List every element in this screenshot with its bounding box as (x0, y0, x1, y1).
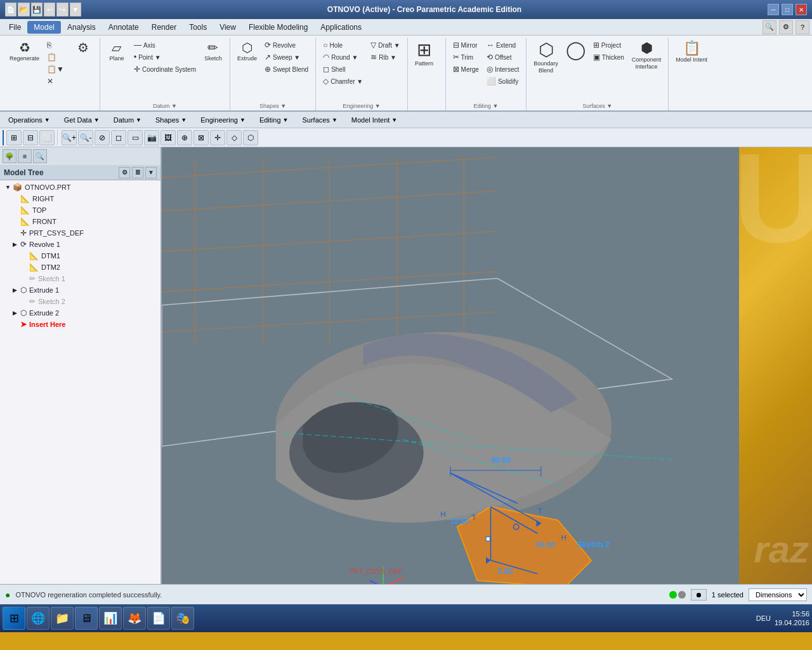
tree-item-revolve1[interactable]: ▶ ⟳ Revolve 1 (0, 239, 160, 250)
sub-bar-surfaces[interactable]: Surfaces ▼ (296, 114, 343, 126)
dimension-dropdown[interactable]: Dimensions (749, 588, 807, 601)
point-btn[interactable]: • Point ▼ (131, 51, 199, 63)
start-button[interactable]: ⊞ (3, 607, 25, 630)
sketch-btn[interactable]: ✏ Sketch (200, 39, 226, 64)
zoom-in-btn[interactable]: 🔍+ (62, 130, 77, 145)
coord-btn[interactable]: ✛ Coordinate System (131, 63, 199, 75)
tree-columns-btn[interactable]: ≣ (132, 167, 143, 178)
settings-btn[interactable]: ⚙ (70, 39, 96, 57)
draft-btn[interactable]: ▽ Draft ▼ (367, 39, 403, 51)
merge-btn[interactable]: ⊠ Merge (450, 63, 482, 75)
sub-bar-model-intent[interactable]: Model Intent ▼ (346, 114, 403, 126)
options-btn[interactable]: ⚙ (779, 20, 793, 34)
tree-item-root[interactable]: ▼ 📦 OTNOVO.PRT (0, 182, 160, 193)
tree-settings-btn[interactable]: ⚙ (119, 167, 130, 178)
taskbar-excel[interactable]: 📊 (99, 607, 122, 630)
extend-btn[interactable]: ↔ Extend (483, 39, 522, 51)
round-btn[interactable]: ◠ Round ▼ (320, 51, 366, 63)
close-btn[interactable]: ✕ (796, 4, 807, 15)
sub-bar-engineering[interactable]: Engineering ▼ (195, 114, 251, 126)
layout-btn3[interactable]: ⬜ (39, 130, 55, 145)
copy-btn[interactable]: ⎘ (44, 39, 69, 51)
annotation-btn[interactable]: ◇ (226, 130, 242, 145)
zoom-out-btn[interactable]: 🔍- (78, 130, 93, 145)
view-box-btn[interactable]: ◻ (111, 130, 126, 145)
layout-btn2[interactable]: ⊟ (23, 130, 38, 145)
menu-annotate[interactable]: Annotate (102, 21, 145, 34)
help-btn[interactable]: ? (796, 20, 809, 34)
tree-item-sketch2-sub[interactable]: ✏ Sketch 2 (0, 296, 160, 307)
tree-item-sketch1[interactable]: ✏ Sketch 1 (0, 273, 160, 284)
tree-item-insert-here[interactable]: ➤ Insert Here (0, 319, 160, 330)
solidify-btn[interactable]: ⬜ Solidify (483, 76, 522, 87)
sub-bar-datum[interactable]: Datum ▼ (108, 114, 147, 126)
taskbar-explorer[interactable]: 📁 (51, 607, 74, 630)
viewport[interactable]: 40.00 H 12.50 T T H V6.00 3.00 Sketch 2 (162, 147, 739, 584)
mirror-btn[interactable]: ⊟ Mirror (450, 39, 482, 51)
menu-file[interactable]: File (3, 21, 27, 34)
tree-item-right[interactable]: 📐 RIGHT (0, 193, 160, 204)
view-rect-btn[interactable]: ▭ (128, 130, 143, 145)
offset-btn[interactable]: ⟲ Offset (483, 51, 522, 63)
help-search-btn[interactable]: 🔍 (763, 20, 776, 34)
hole-btn[interactable]: ○ Hole (320, 39, 366, 51)
minimize-btn[interactable]: ─ (768, 4, 779, 15)
more-view-btn[interactable]: ⬡ (243, 130, 258, 145)
tree-item-csys[interactable]: ✛ PRT_CSYS_DEF (0, 227, 160, 239)
model-intent-btn[interactable]: 📋 Model Intent (672, 39, 710, 65)
display-style-btn[interactable]: ⊠ (193, 130, 209, 145)
revolve-btn[interactable]: ⟳ Revolve (261, 39, 311, 51)
new-btn[interactable]: 📄 (5, 3, 16, 17)
menu-model[interactable]: Model (27, 21, 61, 34)
tree-item-dtm1[interactable]: 📐 DTM1 (0, 250, 160, 262)
taskbar-acrobat[interactable]: 📄 (147, 607, 170, 630)
tree-tab-btn[interactable]: 🌳 (3, 149, 16, 163)
menu-tools[interactable]: Tools (183, 21, 213, 34)
menu-flexible-modeling[interactable]: Flexible Modeling (242, 21, 314, 34)
tree-item-front[interactable]: 📐 FRONT (0, 216, 160, 227)
component-interface-btn[interactable]: ⬢ ComponentInterface (629, 39, 665, 72)
boundary-blend-btn[interactable]: ⬡ BoundaryBlend (530, 39, 561, 76)
trim-btn[interactable]: ✂ Trim (450, 51, 482, 63)
tree-expand-btn[interactable]: ▼ (145, 167, 157, 178)
view-saved-btn[interactable]: 📷 (144, 130, 159, 145)
search-tab-btn[interactable]: 🔍 (33, 149, 47, 163)
taskbar-firefox[interactable]: 🦊 (123, 607, 146, 630)
intersect-btn[interactable]: ◎ Intersect (483, 63, 522, 75)
zoom-fit-btn[interactable]: ⊘ (95, 130, 110, 145)
layer-tab-btn[interactable]: ≡ (18, 149, 32, 163)
section-btn[interactable]: ✛ (210, 130, 225, 145)
menu-applications[interactable]: Applications (314, 21, 368, 34)
layout-btn1[interactable]: ⊞ (6, 130, 22, 145)
sub-bar-operations[interactable]: Operations ▼ (3, 114, 56, 126)
redo-btn[interactable]: ↪ (56, 3, 68, 17)
chamfer-btn[interactable]: ◇ Chamfer ▼ (320, 76, 366, 87)
sub-bar-editing[interactable]: Editing ▼ (254, 114, 294, 126)
maximize-btn[interactable]: □ (782, 4, 793, 15)
sweep-btn[interactable]: ↗ Sweep ▼ (261, 51, 311, 63)
sub-bar-get-data[interactable]: Get Data ▼ (58, 114, 105, 126)
taskbar-creo[interactable]: 🖥 (75, 607, 98, 630)
paste-special-btn[interactable]: 📋▼ (44, 63, 69, 75)
extrude-btn[interactable]: ⬡ Extrude (234, 39, 260, 64)
plane-btn[interactable]: ▱ Plane (104, 39, 129, 64)
view-options-btn[interactable]: 🖼 (160, 130, 176, 145)
tree-item-top[interactable]: 📐 TOP (0, 204, 160, 216)
taskbar-ie[interactable]: 🌐 (27, 607, 49, 630)
record-btn[interactable]: ⏺ (691, 589, 707, 600)
shell-btn[interactable]: ◻ Shell (320, 63, 366, 75)
swept-blend-btn[interactable]: ⊕ Swept Blend (261, 63, 311, 75)
tree-item-extrude2[interactable]: ▶ ⬡ Extrude 2 (0, 307, 160, 319)
render-style-btn[interactable]: ⊕ (177, 130, 192, 145)
sub-bar-shapes[interactable]: Shapes ▼ (150, 114, 192, 126)
regenerate-btn[interactable]: ♻ Regenerate (6, 39, 43, 64)
axis-btn[interactable]: — Axis (131, 39, 199, 51)
paste-btn[interactable]: 📋 (44, 51, 69, 63)
more-btn[interactable]: ▼ (70, 3, 81, 17)
undo-btn[interactable]: ↩ (44, 3, 55, 17)
surface-style-btn[interactable]: ◯ (563, 39, 589, 62)
menu-render[interactable]: Render (145, 21, 183, 34)
menu-analysis[interactable]: Analysis (61, 21, 102, 34)
open-btn[interactable]: 📂 (18, 3, 29, 17)
tree-item-dtm2[interactable]: 📐 DTM2 (0, 262, 160, 273)
